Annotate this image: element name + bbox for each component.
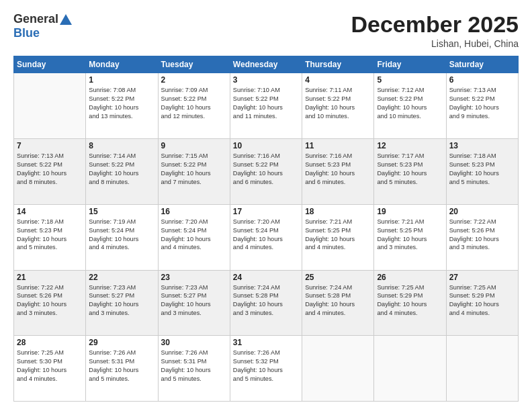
day-number: 23	[161, 273, 227, 282]
weekday-header-thursday: Thursday	[302, 56, 374, 73]
day-number: 1	[89, 75, 154, 85]
day-info: Sunrise: 7:24 AM Sunset: 5:28 PM Dayligh…	[233, 283, 299, 318]
calendar-cell: 27Sunrise: 7:25 AM Sunset: 5:29 PM Dayli…	[446, 270, 518, 336]
svg-marker-0	[60, 13, 72, 24]
calendar-cell: 13Sunrise: 7:18 AM Sunset: 5:23 PM Dayli…	[446, 139, 518, 205]
day-info: Sunrise: 7:20 AM Sunset: 5:24 PM Dayligh…	[233, 218, 299, 253]
calendar-week-row: 14Sunrise: 7:18 AM Sunset: 5:23 PM Dayli…	[14, 204, 519, 270]
day-info: Sunrise: 7:16 AM Sunset: 5:22 PM Dayligh…	[233, 152, 299, 187]
day-number: 9	[161, 141, 227, 150]
weekday-header-row: SundayMondayTuesdayWednesdayThursdayFrid…	[14, 56, 519, 73]
day-number: 25	[305, 273, 371, 282]
day-number: 5	[377, 75, 443, 85]
day-info: Sunrise: 7:10 AM Sunset: 5:22 PM Dayligh…	[233, 86, 299, 121]
day-number: 20	[449, 207, 515, 216]
calendar-cell: 29Sunrise: 7:26 AM Sunset: 5:31 PM Dayli…	[86, 336, 158, 402]
logo-icon	[60, 13, 72, 26]
weekday-header-tuesday: Tuesday	[158, 56, 230, 73]
day-number: 17	[233, 207, 299, 216]
weekday-header-monday: Monday	[86, 56, 158, 73]
calendar-cell: 18Sunrise: 7:21 AM Sunset: 5:25 PM Dayli…	[302, 204, 374, 270]
day-info: Sunrise: 7:18 AM Sunset: 5:23 PM Dayligh…	[17, 218, 83, 253]
day-number: 21	[17, 273, 83, 282]
day-info: Sunrise: 7:19 AM Sunset: 5:24 PM Dayligh…	[89, 218, 154, 253]
calendar-cell: 9Sunrise: 7:15 AM Sunset: 5:22 PM Daylig…	[158, 139, 230, 205]
calendar-cell: 31Sunrise: 7:26 AM Sunset: 5:32 PM Dayli…	[230, 336, 302, 402]
day-info: Sunrise: 7:13 AM Sunset: 5:22 PM Dayligh…	[449, 86, 515, 121]
calendar-cell: 8Sunrise: 7:14 AM Sunset: 5:22 PM Daylig…	[86, 139, 158, 205]
calendar-week-row: 28Sunrise: 7:25 AM Sunset: 5:30 PM Dayli…	[14, 336, 519, 402]
calendar-cell: 20Sunrise: 7:22 AM Sunset: 5:26 PM Dayli…	[446, 204, 518, 270]
day-info: Sunrise: 7:21 AM Sunset: 5:25 PM Dayligh…	[377, 218, 443, 253]
day-number: 18	[305, 207, 371, 216]
day-number: 4	[305, 75, 371, 85]
day-number: 15	[89, 207, 154, 216]
weekday-header-saturday: Saturday	[446, 56, 518, 73]
day-info: Sunrise: 7:22 AM Sunset: 5:26 PM Dayligh…	[17, 283, 83, 318]
logo-general: General	[13, 12, 58, 26]
logo-blue: Blue	[13, 26, 40, 40]
day-info: Sunrise: 7:17 AM Sunset: 5:23 PM Dayligh…	[377, 152, 443, 187]
day-info: Sunrise: 7:12 AM Sunset: 5:22 PM Dayligh…	[377, 86, 443, 121]
day-info: Sunrise: 7:25 AM Sunset: 5:29 PM Dayligh…	[377, 283, 443, 318]
logo: General Blue	[13, 12, 72, 40]
calendar-cell: 10Sunrise: 7:16 AM Sunset: 5:22 PM Dayli…	[230, 139, 302, 205]
calendar-cell: 2Sunrise: 7:09 AM Sunset: 5:22 PM Daylig…	[158, 73, 230, 139]
day-number: 2	[161, 75, 227, 85]
calendar-cell: 21Sunrise: 7:22 AM Sunset: 5:26 PM Dayli…	[14, 270, 86, 336]
day-number: 19	[377, 207, 443, 216]
calendar-cell: 5Sunrise: 7:12 AM Sunset: 5:22 PM Daylig…	[374, 73, 446, 139]
day-number: 10	[233, 141, 299, 150]
weekday-header-wednesday: Wednesday	[230, 56, 302, 73]
day-number: 8	[89, 141, 154, 150]
day-info: Sunrise: 7:21 AM Sunset: 5:25 PM Dayligh…	[305, 218, 371, 253]
calendar-week-row: 1Sunrise: 7:08 AM Sunset: 5:22 PM Daylig…	[14, 73, 519, 139]
day-number: 14	[17, 207, 83, 216]
day-number: 13	[449, 141, 515, 150]
location: Lishan, Hubei, China	[351, 38, 519, 49]
calendar-cell: 16Sunrise: 7:20 AM Sunset: 5:24 PM Dayli…	[158, 204, 230, 270]
day-info: Sunrise: 7:14 AM Sunset: 5:22 PM Dayligh…	[89, 152, 154, 187]
calendar-cell	[446, 336, 518, 402]
calendar-cell: 22Sunrise: 7:23 AM Sunset: 5:27 PM Dayli…	[86, 270, 158, 336]
day-number: 26	[377, 273, 443, 282]
day-number: 6	[449, 75, 515, 85]
day-number: 3	[233, 75, 299, 85]
day-info: Sunrise: 7:26 AM Sunset: 5:31 PM Dayligh…	[161, 349, 227, 383]
calendar-cell: 3Sunrise: 7:10 AM Sunset: 5:22 PM Daylig…	[230, 73, 302, 139]
day-number: 24	[233, 273, 299, 282]
calendar-cell: 1Sunrise: 7:08 AM Sunset: 5:22 PM Daylig…	[86, 73, 158, 139]
calendar-cell: 28Sunrise: 7:25 AM Sunset: 5:30 PM Dayli…	[14, 336, 86, 402]
calendar-week-row: 7Sunrise: 7:13 AM Sunset: 5:22 PM Daylig…	[14, 139, 519, 205]
weekday-header-friday: Friday	[374, 56, 446, 73]
title-block: December 2025 Lishan, Hubei, China	[351, 12, 519, 49]
calendar-cell: 12Sunrise: 7:17 AM Sunset: 5:23 PM Dayli…	[374, 139, 446, 205]
header: General Blue December 2025 Lishan, Hubei…	[13, 12, 519, 49]
day-number: 16	[161, 207, 227, 216]
day-info: Sunrise: 7:25 AM Sunset: 5:30 PM Dayligh…	[17, 349, 83, 383]
day-info: Sunrise: 7:23 AM Sunset: 5:27 PM Dayligh…	[89, 283, 154, 318]
logo-text: General	[13, 12, 72, 26]
day-info: Sunrise: 7:22 AM Sunset: 5:26 PM Dayligh…	[449, 218, 515, 253]
day-info: Sunrise: 7:08 AM Sunset: 5:22 PM Dayligh…	[89, 86, 154, 121]
day-number: 30	[161, 338, 227, 347]
day-info: Sunrise: 7:13 AM Sunset: 5:22 PM Dayligh…	[17, 152, 83, 187]
day-info: Sunrise: 7:11 AM Sunset: 5:22 PM Dayligh…	[305, 86, 371, 121]
calendar-cell: 14Sunrise: 7:18 AM Sunset: 5:23 PM Dayli…	[14, 204, 86, 270]
calendar-cell: 7Sunrise: 7:13 AM Sunset: 5:22 PM Daylig…	[14, 139, 86, 205]
day-info: Sunrise: 7:26 AM Sunset: 5:32 PM Dayligh…	[233, 349, 299, 383]
day-number: 22	[89, 273, 154, 282]
calendar-cell: 15Sunrise: 7:19 AM Sunset: 5:24 PM Dayli…	[86, 204, 158, 270]
day-number: 29	[89, 338, 154, 347]
day-number: 27	[449, 273, 515, 282]
month-title: December 2025	[351, 12, 519, 37]
day-info: Sunrise: 7:25 AM Sunset: 5:29 PM Dayligh…	[449, 283, 515, 318]
calendar-table: SundayMondayTuesdayWednesdayThursdayFrid…	[13, 56, 519, 402]
day-info: Sunrise: 7:15 AM Sunset: 5:22 PM Dayligh…	[161, 152, 227, 187]
day-info: Sunrise: 7:16 AM Sunset: 5:23 PM Dayligh…	[305, 152, 371, 187]
day-info: Sunrise: 7:24 AM Sunset: 5:28 PM Dayligh…	[305, 283, 371, 318]
calendar-cell: 4Sunrise: 7:11 AM Sunset: 5:22 PM Daylig…	[302, 73, 374, 139]
day-info: Sunrise: 7:18 AM Sunset: 5:23 PM Dayligh…	[449, 152, 515, 187]
calendar-cell	[302, 336, 374, 402]
day-info: Sunrise: 7:09 AM Sunset: 5:22 PM Dayligh…	[161, 86, 227, 121]
